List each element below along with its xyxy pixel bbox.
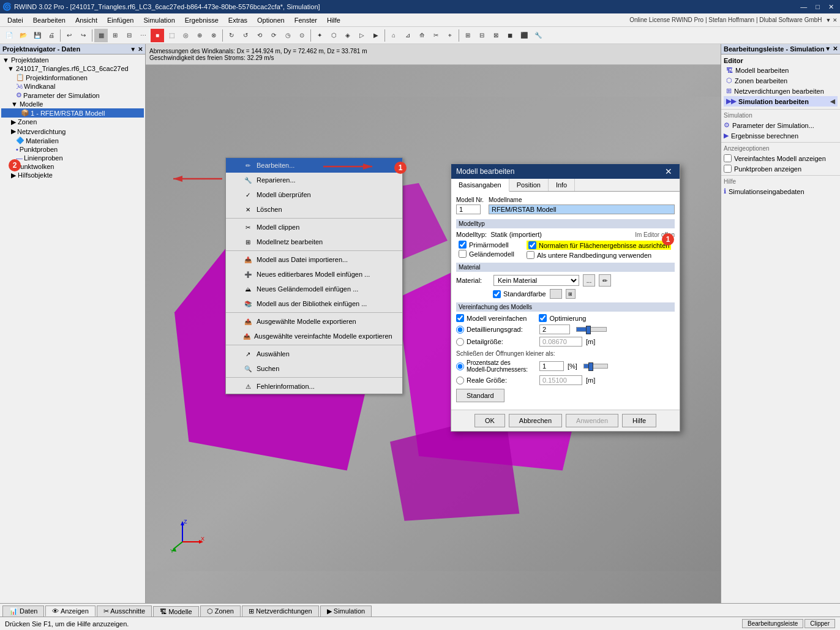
tree-parameter[interactable]: ⚙ Parameter der Simulation bbox=[1, 91, 144, 100]
abbrechen-button[interactable]: Abbrechen bbox=[509, 414, 562, 427]
toolbar-btn25[interactable]: ⌖ bbox=[443, 29, 457, 42]
optimierung-check[interactable]: Optimierung bbox=[539, 314, 586, 322]
normalen-check[interactable]: Normalen für Flächenergebnisse ausrichte… bbox=[527, 241, 671, 250]
menu-ansicht[interactable]: Ansicht bbox=[70, 15, 102, 25]
btab-zonen[interactable]: ⬡ Zonen bbox=[200, 606, 241, 617]
toolbar-btn13[interactable]: ⟳ bbox=[267, 29, 280, 42]
modell-vereinfachen-check[interactable]: Modell vereinfachen bbox=[456, 314, 527, 322]
prozentsatz-slider[interactable] bbox=[583, 364, 608, 369]
gelaendemodell-check[interactable]: Geländemodell bbox=[459, 250, 514, 258]
toolbar-new[interactable]: 📄 bbox=[2, 29, 16, 42]
btab-ausschnitte[interactable]: ✂ Ausschnitte bbox=[97, 606, 152, 617]
modal-close-button[interactable]: ✕ bbox=[662, 167, 675, 176]
menu-fenster[interactable]: Fenster bbox=[290, 15, 322, 25]
toolbar-btn6[interactable]: ⬚ bbox=[165, 29, 178, 42]
menu-simulation[interactable]: Simulation bbox=[138, 15, 179, 25]
title-controls[interactable]: — □ ✕ bbox=[797, 2, 838, 12]
toolbar-btn30[interactable]: ⬛ bbox=[517, 29, 531, 42]
menu-optionen[interactable]: Optionen bbox=[252, 15, 290, 25]
rp-zonen-bearbeiten[interactable]: ⬡ Zonen bearbeiten bbox=[724, 75, 838, 86]
tree-windkanal[interactable]: 🌬 Windkanal bbox=[1, 82, 144, 91]
menu-ergebnisse[interactable]: Ergebnisse bbox=[180, 15, 223, 25]
material-edit-btn[interactable]: ✏ bbox=[599, 274, 611, 287]
toolbar-btn3[interactable]: ⊟ bbox=[122, 29, 136, 42]
tree-projektdaten[interactable]: ▼ Projektdaten bbox=[1, 56, 144, 64]
rp-punktproben-anzeigen[interactable]: Punktproben anzeigen bbox=[721, 163, 840, 174]
detaillierungsgrad-radio[interactable]: Detaillierungsgrad: bbox=[456, 326, 536, 334]
prozentsatz-radio[interactable]: Prozentsatz desModell-Durchmessers: bbox=[456, 359, 536, 373]
btab-anzeigen[interactable]: 👁 Anzeigen bbox=[45, 606, 95, 617]
clipper-btn[interactable]: Clipper bbox=[804, 619, 835, 628]
model-nr-input[interactable] bbox=[456, 204, 481, 214]
rp-simulationseingabe[interactable]: ℹ Simulationseingabedaten bbox=[721, 186, 840, 197]
rp-ergebnisse[interactable]: ▶ Ergebnisse berechnen bbox=[721, 130, 840, 141]
toolbar-btn19[interactable]: ▷ bbox=[355, 29, 369, 42]
tab-basisangaben[interactable]: Basisangaben bbox=[451, 179, 509, 192]
model-name-input[interactable] bbox=[489, 204, 675, 214]
toolbar-btn9[interactable]: ⊗ bbox=[207, 29, 220, 42]
menu-datei[interactable]: Datei bbox=[2, 15, 28, 25]
rp-modell-bearbeiten[interactable]: 🏗 Modell bearbeiten bbox=[724, 66, 838, 75]
toolbar-btn1[interactable]: ▦ bbox=[94, 29, 108, 42]
toolbar-btn7[interactable]: ◎ bbox=[179, 29, 192, 42]
tree-netz[interactable]: ▶ Netzverdichtung bbox=[1, 127, 144, 136]
toolbar-btn4[interactable]: ⋯ bbox=[137, 29, 150, 42]
btab-modelle[interactable]: 🏗 Modelle bbox=[153, 606, 199, 617]
rp-simulation-bearbeiten[interactable]: ▶▶ Simulation bearbeiten ◀ bbox=[724, 96, 838, 107]
tree-zonen[interactable]: ▶ Zonen bbox=[1, 118, 144, 127]
tree-punktproben[interactable]: • Punktproben bbox=[1, 145, 144, 154]
tree-project-file[interactable]: ▼ 241017_Triangles.rf6_LC3_6cac27ed bbox=[1, 64, 144, 73]
tree-punktwolken[interactable]: Punktwolken bbox=[1, 162, 144, 171]
tree-linienproben[interactable]: — Linienproben bbox=[1, 154, 144, 162]
bearbeitungsleiste-btn[interactable]: Bearbeitungsleiste bbox=[742, 619, 803, 628]
toolbar-btn20[interactable]: ▶ bbox=[369, 29, 383, 42]
rp-vereinfacht-anzeigen[interactable]: Vereinfachtes Modell anzeigen bbox=[721, 153, 840, 163]
toolbar-btn8[interactable]: ⊕ bbox=[193, 29, 206, 42]
toolbar-btn10[interactable]: ↻ bbox=[225, 29, 238, 42]
menu-extras[interactable]: Extras bbox=[223, 15, 252, 25]
toolbar-btn22[interactable]: ⊿ bbox=[401, 29, 414, 42]
tab-info[interactable]: Info bbox=[549, 179, 575, 191]
toolbar-btn14[interactable]: ◷ bbox=[281, 29, 294, 42]
toolbar-redo[interactable]: ↪ bbox=[77, 29, 90, 42]
menu-hilfe[interactable]: Hilfe bbox=[322, 15, 345, 25]
standard-button[interactable]: Standard bbox=[456, 389, 504, 402]
toolbar-btn24[interactable]: ✂ bbox=[429, 29, 443, 42]
primaermodell-check[interactable]: Primärmodell bbox=[459, 241, 514, 249]
standardfarbe-check[interactable]: Standardfarbe bbox=[493, 290, 546, 298]
btab-netzverdichtungen[interactable]: ⊞ Netzverdichtungen bbox=[242, 606, 319, 617]
minimize-button[interactable]: — bbox=[797, 2, 811, 12]
toolbar-btn23[interactable]: ⟰ bbox=[415, 29, 429, 42]
material-browse-btn[interactable]: ... bbox=[583, 274, 595, 287]
detaillierungsgrad-slider[interactable] bbox=[576, 327, 607, 332]
rp-netz-bearbeiten[interactable]: ⊞ Netzverdichtungen bearbeiten bbox=[724, 86, 838, 96]
right-panel-controls[interactable]: ▼ ✕ bbox=[825, 45, 838, 53]
toolbar-undo[interactable]: ↩ bbox=[62, 29, 76, 42]
detaillierungsgrad-input[interactable] bbox=[539, 324, 570, 334]
close-button[interactable]: ✕ bbox=[825, 2, 838, 12]
toolbar-btn26[interactable]: ⊞ bbox=[461, 29, 474, 42]
toolbar-btn17[interactable]: ⬡ bbox=[327, 29, 340, 42]
toolbar-btn15[interactable]: ⊙ bbox=[295, 29, 309, 42]
reale-groesse-input[interactable] bbox=[539, 375, 582, 385]
toolbar-btn18[interactable]: ◈ bbox=[341, 29, 354, 42]
reale-groesse-radio[interactable]: Reale Größe: bbox=[456, 377, 536, 384]
detailgroesse-radio[interactable]: Detailgröße: bbox=[456, 338, 536, 346]
toolbar-btn12[interactable]: ⟲ bbox=[253, 29, 266, 42]
menu-einfuegen[interactable]: Einfügen bbox=[102, 15, 138, 25]
toolbar-btn16[interactable]: ✦ bbox=[313, 29, 326, 42]
ok-button[interactable]: OK bbox=[474, 414, 505, 427]
toolbar-btn5[interactable]: ■ bbox=[151, 29, 164, 42]
anwenden-button[interactable]: Anwenden bbox=[566, 414, 618, 427]
toolbar-btn11[interactable]: ↺ bbox=[239, 29, 252, 42]
btab-simulation[interactable]: ▶ Simulation bbox=[320, 606, 372, 617]
hilfe-button[interactable]: Hilfe bbox=[622, 414, 656, 427]
toolbar-btn29[interactable]: ◼ bbox=[503, 29, 517, 42]
tree-rfem-modell[interactable]: 📦 1 - RFEM/RSTAB Modell bbox=[1, 108, 144, 118]
toolbar-btn21[interactable]: ⌂ bbox=[387, 29, 400, 42]
menu-right-controls[interactable]: ▼ ✕ bbox=[826, 17, 838, 23]
material-select[interactable]: Kein Material bbox=[493, 275, 579, 286]
toolbar-btn27[interactable]: ⊟ bbox=[475, 29, 489, 42]
toolbar-print[interactable]: 🖨 bbox=[45, 29, 58, 42]
tree-materialien[interactable]: 🔷 Materialien bbox=[1, 136, 144, 145]
